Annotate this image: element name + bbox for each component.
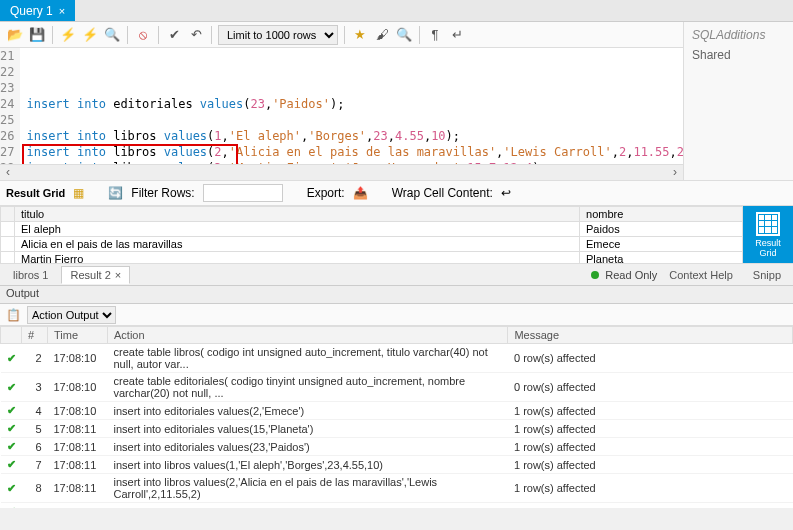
output-row[interactable]: ✔217:08:10create table libros( codigo in… (1, 344, 793, 373)
editor-hscroll[interactable]: ‹ › (0, 164, 683, 180)
execute-step-icon[interactable]: ⚡ (81, 26, 99, 44)
tab-result-2[interactable]: Result 2 × (61, 266, 130, 284)
editor-toolbar: 📂 💾 ⚡ ⚡ 🔍 ⦸ ✔ ↶ Limit to 1000 rows ★ 🖌 🔍… (0, 22, 683, 48)
close-icon[interactable]: × (59, 5, 65, 17)
status-dot-icon (591, 271, 599, 279)
result-grid-label: Result Grid (6, 187, 65, 199)
wrap-label: Wrap Cell Content: (392, 186, 493, 200)
snippets-tab[interactable]: Snipp (745, 266, 789, 284)
filter-label: Filter Rows: (131, 186, 194, 200)
sql-editor[interactable]: 21222324252627282930 insert into editori… (0, 48, 683, 164)
sql-additions-panel: SQLAdditions Shared (683, 22, 793, 180)
result-grid-icon[interactable]: ▦ (73, 186, 84, 200)
output-row[interactable]: ✔717:08:11insert into libros values(1,'E… (1, 456, 793, 474)
wrap-icon[interactable]: ↵ (448, 26, 466, 44)
export-icon[interactable]: 📤 (353, 186, 368, 200)
wrap-cell-icon[interactable]: ↩ (501, 186, 511, 200)
tab-libros-1[interactable]: libros 1 (4, 266, 57, 284)
result-grid-tab[interactable]: Result Grid (743, 206, 793, 263)
output-header: Output (0, 286, 793, 304)
rollback-icon[interactable]: ↶ (187, 26, 205, 44)
scroll-right-icon[interactable]: › (667, 165, 683, 180)
refresh-icon[interactable]: 🔄 (108, 186, 123, 200)
result-tabs: libros 1 Result 2 × Read Only Context He… (0, 264, 793, 286)
side-title: SQLAdditions (692, 28, 785, 42)
output-row[interactable]: ✔817:08:11insert into libros values(2,'A… (1, 474, 793, 503)
read-only-label: Read Only (605, 269, 657, 281)
output-row[interactable]: ✔917:08:11insert into libros values(3,'M… (1, 503, 793, 509)
find-icon[interactable]: 🔍 (395, 26, 413, 44)
execute-icon[interactable]: ⚡ (59, 26, 77, 44)
grid-icon (756, 212, 780, 236)
side-shared[interactable]: Shared (692, 48, 785, 62)
query-tab-bar: Query 1 × (0, 0, 793, 22)
code-area[interactable]: insert into editoriales values(23,'Paido… (20, 48, 683, 164)
export-label: Export: (307, 186, 345, 200)
tab-label: Query 1 (10, 4, 53, 18)
beautify-icon[interactable]: 🖌 (373, 26, 391, 44)
output-row[interactable]: ✔617:08:11insert into editoriales values… (1, 438, 793, 456)
result-grid[interactable]: titulonombreEl alephPaidosAlicia en el p… (0, 206, 743, 263)
context-help-tab[interactable]: Context Help (661, 266, 741, 284)
line-gutter: 21222324252627282930 (0, 48, 20, 164)
explain-icon[interactable]: 🔍 (103, 26, 121, 44)
action-output-select[interactable]: Action Output (27, 306, 116, 324)
commit-icon[interactable]: ✔ (165, 26, 183, 44)
result-toolbar: Result Grid ▦ 🔄 Filter Rows: Export: 📤 W… (0, 180, 793, 206)
output-table[interactable]: #TimeActionMessage✔217:08:10create table… (0, 326, 793, 508)
close-icon[interactable]: × (115, 269, 121, 281)
open-file-icon[interactable]: 📂 (6, 26, 24, 44)
tab-query-1[interactable]: Query 1 × (0, 0, 75, 21)
output-row[interactable]: ✔517:08:11insert into editoriales values… (1, 420, 793, 438)
toggle-invisible-icon[interactable]: ¶ (426, 26, 444, 44)
filter-input[interactable] (203, 184, 283, 202)
output-action-bar: 📋 Action Output (0, 304, 793, 326)
save-icon[interactable]: 💾 (28, 26, 46, 44)
limit-rows-select[interactable]: Limit to 1000 rows (218, 25, 338, 45)
favorite-icon[interactable]: ★ (351, 26, 369, 44)
output-row[interactable]: ✔417:08:10insert into editoriales values… (1, 402, 793, 420)
output-list-icon[interactable]: 📋 (6, 308, 21, 322)
output-row[interactable]: ✔317:08:10create table editoriales( codi… (1, 373, 793, 402)
stop-icon[interactable]: ⦸ (134, 26, 152, 44)
scroll-left-icon[interactable]: ‹ (0, 165, 16, 180)
